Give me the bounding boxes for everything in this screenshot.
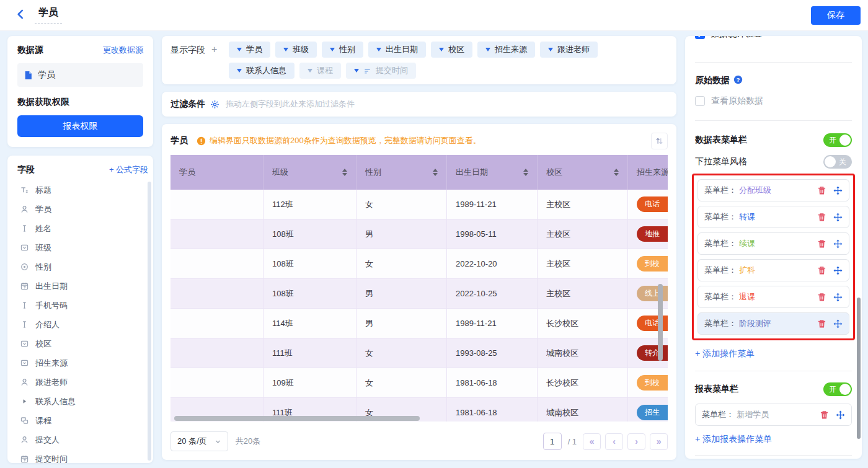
- display-field-chip-提交时间[interactable]: 提交时间: [346, 63, 416, 79]
- add-report-action-menu-link[interactable]: + 添加报表操作菜单: [695, 434, 772, 445]
- menu-bar-item-续课[interactable]: 菜单栏：续课: [698, 232, 849, 255]
- table-row[interactable]: 114班男1989-11-21长沙校区电话: [170, 309, 668, 338]
- first-page-button[interactable]: «: [583, 433, 601, 450]
- fields-scrollbar[interactable]: [148, 182, 151, 461]
- table-horizontal-scrollbar[interactable]: [174, 416, 420, 421]
- menu-bar-item-新增学员[interactable]: 菜单栏：新增学员: [695, 404, 852, 426]
- table-row[interactable]: 108班男2022-10-25主校区线上: [170, 279, 668, 309]
- column-header-班级[interactable]: 班级: [264, 155, 356, 190]
- sort-arrows-icon[interactable]: [433, 169, 438, 176]
- field-item-标题[interactable]: 标题: [17, 180, 148, 200]
- report-menu-toggle[interactable]: 开: [823, 382, 852, 396]
- add-display-field-button[interactable]: +: [211, 45, 217, 55]
- page-size-select[interactable]: 20 条/页: [170, 431, 228, 451]
- display-field-chip-班级[interactable]: 班级: [275, 42, 317, 58]
- field-item-课程[interactable]: 课程: [17, 411, 148, 430]
- display-field-chip-跟进老师[interactable]: 跟进老师: [540, 42, 598, 58]
- column-header-性别[interactable]: 性别: [356, 155, 447, 190]
- field-item-姓名[interactable]: 姓名: [17, 219, 148, 238]
- menu-label: 分配班级: [739, 185, 771, 196]
- display-field-chip-校区[interactable]: 校区: [431, 42, 472, 58]
- menu-bar-item-退课[interactable]: 菜单栏：退课: [698, 286, 849, 308]
- back-button[interactable]: [15, 9, 26, 22]
- table-cell: [170, 309, 264, 338]
- display-field-chip-出生日期[interactable]: 出生日期: [368, 42, 426, 58]
- menu-bar-item-扩科[interactable]: 菜单栏：扩科: [698, 259, 849, 281]
- column-header-学员[interactable]: 学员: [170, 155, 264, 190]
- display-field-chip-学员[interactable]: 学员: [229, 42, 270, 58]
- settings-scrollbar[interactable]: [857, 298, 861, 439]
- column-header-校区[interactable]: 校区: [538, 155, 628, 190]
- save-button[interactable]: 保存: [811, 6, 861, 25]
- trash-icon[interactable]: [817, 239, 826, 249]
- datasource-item[interactable]: 学员: [17, 63, 143, 87]
- move-icon[interactable]: [833, 293, 843, 302]
- trash-icon[interactable]: [820, 410, 829, 420]
- field-item-介绍人[interactable]: 介绍人: [17, 315, 148, 334]
- display-field-chip-课程[interactable]: 课程: [299, 63, 341, 79]
- add-formula-field-link[interactable]: + 公式字段: [109, 164, 148, 175]
- table-vertical-scrollbar[interactable]: [658, 284, 663, 361]
- display-field-chip-联系人信息[interactable]: 联系人信息: [229, 63, 294, 79]
- field-item-提交人[interactable]: 提交人: [17, 430, 148, 449]
- field-item-跟进老师[interactable]: 跟进老师: [17, 373, 148, 392]
- table-row[interactable]: 112班女1989-11-21主校区电话: [170, 190, 668, 219]
- dropdown-style-toggle[interactable]: 关: [823, 155, 852, 169]
- display-field-chip-性别[interactable]: 性别: [322, 42, 363, 58]
- field-item-手机号码[interactable]: 手机号码: [17, 296, 148, 315]
- clipped-setting-row[interactable]: 数据统计设置: [695, 36, 852, 42]
- current-page-input[interactable]: 1: [543, 433, 562, 450]
- source-tag: 电话: [637, 196, 668, 212]
- menu-bar-item-阶段测评[interactable]: 菜单栏：阶段测评: [698, 312, 849, 335]
- field-item-联系人信息[interactable]: 联系人信息: [17, 392, 148, 411]
- field-item-提交时间[interactable]: 提交时间: [17, 449, 148, 463]
- question-icon[interactable]: ?: [733, 75, 743, 84]
- move-icon[interactable]: [833, 186, 843, 195]
- field-item-招生来源[interactable]: 招生来源: [17, 353, 148, 373]
- display-field-chip-招生来源[interactable]: 招生来源: [477, 42, 535, 58]
- field-item-出生日期[interactable]: 出生日期: [17, 276, 148, 296]
- move-icon[interactable]: [836, 410, 845, 420]
- move-icon[interactable]: [833, 266, 843, 275]
- prev-page-button[interactable]: ‹: [605, 433, 623, 450]
- field-item-班级[interactable]: 班级: [17, 238, 148, 257]
- gear-icon[interactable]: [210, 100, 219, 109]
- column-header-出生日期[interactable]: 出生日期: [447, 155, 538, 190]
- checked-checkbox[interactable]: [695, 36, 705, 39]
- field-item-性别[interactable]: 性别: [17, 257, 148, 276]
- report-permission-button[interactable]: 报表权限: [17, 115, 143, 137]
- trash-icon[interactable]: [817, 266, 826, 275]
- sort-arrows-icon[interactable]: [342, 169, 347, 176]
- table-menu-toggle[interactable]: 开: [823, 133, 852, 147]
- table-row[interactable]: 111班女1993-08-25城南校区转介: [170, 338, 668, 368]
- checkbox[interactable]: [695, 96, 705, 106]
- row-order-button[interactable]: [651, 133, 668, 149]
- table-row[interactable]: 108班男1998-05-11主校区地推: [170, 219, 668, 249]
- trash-icon[interactable]: [817, 293, 826, 302]
- table-row[interactable]: 109班女1981-06-18长沙校区到校: [170, 368, 668, 398]
- field-item-学员[interactable]: 学员: [17, 200, 148, 219]
- last-page-button[interactable]: »: [650, 433, 668, 450]
- table-row[interactable]: 108班女2022-10-20主校区到校: [170, 249, 668, 279]
- view-raw-data-checkbox-row[interactable]: 查看原始数据: [695, 95, 852, 107]
- filter-card[interactable]: 过滤条件 拖动左侧字段到此处来添加过滤条件: [162, 92, 676, 117]
- trash-icon[interactable]: [817, 186, 826, 195]
- menu-bar-item-分配班级[interactable]: 菜单栏：分配班级: [698, 179, 849, 201]
- trash-icon[interactable]: [817, 319, 826, 329]
- menu-bar-item-转课[interactable]: 菜单栏：转课: [698, 206, 849, 228]
- move-icon[interactable]: [833, 239, 843, 249]
- field-item-校区[interactable]: 校区: [17, 334, 148, 353]
- table-cell: 城南校区: [538, 398, 628, 422]
- move-icon[interactable]: [833, 213, 843, 222]
- column-header-招生来源[interactable]: 招生来源: [628, 155, 668, 190]
- table-cell: 长沙校区: [538, 368, 628, 398]
- person-icon: [20, 435, 29, 444]
- add-action-menu-link[interactable]: + 添加操作菜单: [695, 348, 755, 360]
- source-tag: 线上: [637, 286, 668, 301]
- next-page-button[interactable]: ›: [627, 433, 645, 450]
- move-icon[interactable]: [833, 319, 843, 329]
- change-datasource-link[interactable]: 更改数据源: [103, 45, 143, 56]
- sort-arrows-icon[interactable]: [523, 169, 528, 176]
- trash-icon[interactable]: [817, 213, 826, 222]
- sort-arrows-icon[interactable]: [614, 169, 619, 176]
